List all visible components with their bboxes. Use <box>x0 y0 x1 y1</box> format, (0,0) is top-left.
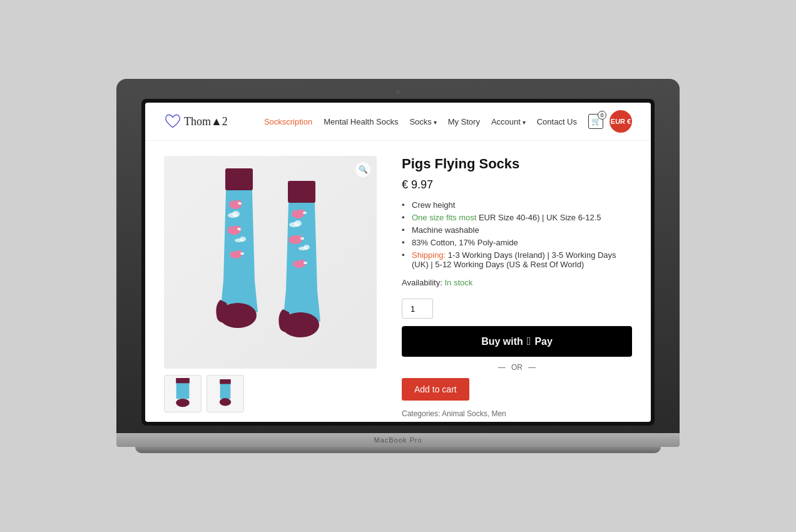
svg-point-24 <box>300 237 304 240</box>
nav-menu: Sockscription Mental Health Socks Socks … <box>264 117 577 126</box>
stock-status: In stock <box>444 278 472 287</box>
availability-label: Availability: <box>402 278 442 287</box>
svg-point-14 <box>232 211 240 217</box>
or-divider: OR <box>402 363 632 372</box>
quantity-input[interactable] <box>402 299 433 319</box>
feature-size: One size fits most EUR Size 40-46) | UK … <box>402 213 632 222</box>
header-right: 🛒 0 EUR € <box>588 110 632 133</box>
product-features: Crew height One size fits most EUR Size … <box>402 200 632 269</box>
site-header: Thom▲2 Sockscription Mental Health Socks… <box>145 103 651 141</box>
svg-point-29 <box>294 220 302 227</box>
logo-text: Thom▲2 <box>184 115 228 128</box>
feature-crew-height: Crew height <box>402 200 632 210</box>
buy-with-label: Buy with <box>481 336 523 347</box>
pay-label: Pay <box>534 336 552 347</box>
shipping-highlight: Shipping: <box>412 250 446 260</box>
svg-rect-17 <box>288 181 315 203</box>
cart-badge: 0 <box>598 111 606 120</box>
feature-washable: Machine washable <box>402 225 632 235</box>
nav-item-my-story[interactable]: My Story <box>448 117 480 126</box>
screen-bezel: Thom▲2 Sockscription Mental Health Socks… <box>141 99 655 426</box>
svg-point-31 <box>304 245 310 250</box>
product-title: Pigs Flying Socks <box>402 156 632 172</box>
logo-heart-icon <box>164 113 181 130</box>
laptop-foot <box>135 447 661 453</box>
size-highlight: One size fits most <box>412 213 476 222</box>
quantity-row <box>402 299 632 319</box>
apple-logo-icon:  <box>527 335 531 348</box>
currency-button[interactable]: EUR € <box>610 110 632 133</box>
main-nav: Sockscription Mental Health Socks Socks … <box>264 117 577 126</box>
product-info: Pigs Flying Socks € 9.97 Crew height One… <box>402 156 632 418</box>
nav-item-mental-health[interactable]: Mental Health Socks <box>324 117 398 126</box>
svg-point-34 <box>176 399 190 407</box>
cart-button[interactable]: 🛒 0 <box>588 114 603 129</box>
nav-item-socks[interactable]: Socks <box>409 117 436 126</box>
zoom-icon[interactable]: 🔍 <box>355 162 370 177</box>
svg-point-16 <box>240 237 246 242</box>
feature-material: 83% Cotton, 17% Poly-amide <box>402 238 632 247</box>
screen: Thom▲2 Sockscription Mental Health Socks… <box>145 103 651 422</box>
svg-point-21 <box>303 212 307 214</box>
laptop-base: MacBook Pro <box>116 433 680 447</box>
availability: Availability: In stock <box>402 278 632 287</box>
product-price: € 9.97 <box>402 178 632 192</box>
svg-point-27 <box>304 262 307 264</box>
camera-dot <box>396 90 400 94</box>
logo-area[interactable]: Thom▲2 <box>164 113 228 130</box>
add-to-cart-button[interactable]: Add to cart <box>402 378 469 401</box>
laptop-body: Thom▲2 Sockscription Mental Health Socks… <box>116 79 680 433</box>
svg-point-37 <box>220 398 231 406</box>
svg-rect-36 <box>220 379 231 384</box>
nav-item-contact[interactable]: Contact Us <box>537 117 577 126</box>
categories-label: Categories: <box>402 409 440 418</box>
nav-item-account[interactable]: Account <box>491 117 526 126</box>
laptop-model-label: MacBook Pro <box>374 436 422 444</box>
main-product-image: 🔍 <box>164 156 377 369</box>
categories-values: Animal Socks, Men <box>442 409 506 418</box>
svg-point-12 <box>240 252 244 255</box>
categories: Categories: Animal Socks, Men <box>402 409 632 418</box>
laptop: Thom▲2 Sockscription Mental Health Socks… <box>116 79 680 453</box>
svg-rect-33 <box>176 378 190 383</box>
product-area: 🔍 <box>145 141 651 422</box>
feature-shipping: Shipping: 1-3 Working Days (Ireland) | 3… <box>402 250 632 269</box>
thumbnail-row <box>164 375 377 412</box>
buy-with-apple-pay-button[interactable]: Buy with  Pay <box>402 326 632 357</box>
nav-item-sockscription[interactable]: Sockscription <box>264 117 312 126</box>
svg-rect-0 <box>225 168 253 190</box>
thumbnail-1[interactable] <box>164 375 202 412</box>
product-images: 🔍 <box>164 156 377 418</box>
thumbnail-2[interactable] <box>207 375 244 412</box>
or-text: OR <box>511 363 523 372</box>
socks-svg <box>183 162 358 362</box>
